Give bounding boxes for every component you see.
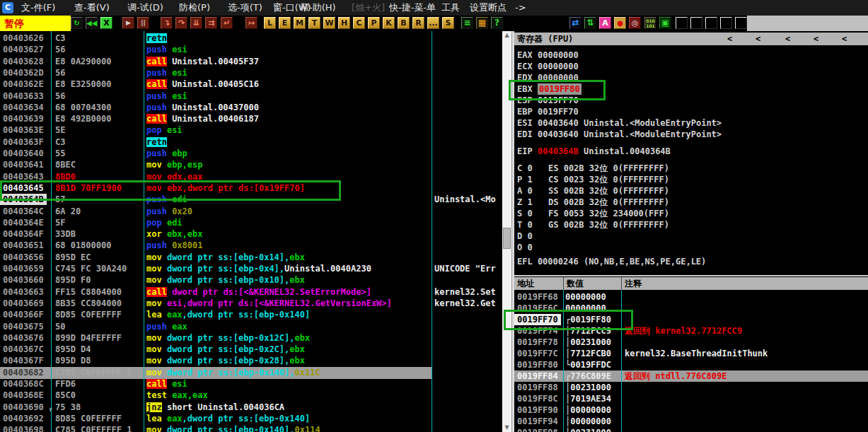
disasm-row[interactable]: 0040362EE8 E3250000call Uninstal.00405C1… — [0, 78, 502, 91]
flag-row[interactable]: D 0 — [514, 230, 868, 242]
panel-button-M[interactable]: M — [294, 17, 306, 29]
disasm-row[interactable]: 0040363356push esi — [0, 91, 502, 103]
animate-into-icon[interactable]: ⇊ — [190, 17, 202, 29]
flag-row[interactable]: Z 1DS 002B 32位 0(FFFFFFFF) — [514, 197, 868, 208]
disasm-row[interactable]: 00403639E8 492B0000call Uninstal.0040618… — [0, 113, 502, 125]
window-icon[interactable]: ▣ — [659, 17, 671, 29]
disasm-row[interactable]: 0040368CFFD6call esi — [0, 378, 502, 390]
registers-panel[interactable]: 寄存器 (FPU) <<<<< EAX00000000ECX00000000ED… — [514, 33, 868, 275]
stack-row[interactable]: 0019FF8C│7019AE34 — [514, 393, 868, 404]
stack-row[interactable]: 0019FF90│00000000 — [514, 404, 868, 416]
panel-button-P[interactable]: P — [368, 17, 380, 29]
stack-row[interactable]: 0019FF98│00231000 — [514, 427, 868, 432]
disasm-row[interactable]: 0040367550push eax — [0, 321, 502, 333]
binary-icon[interactable]: 010 101 — [644, 17, 656, 29]
disasm-row[interactable]: 00403660895D F0mov dword ptr ss:[ebp-0x1… — [0, 274, 502, 286]
disasm-row[interactable]: 0040365168 01800000push 0x8001 — [0, 240, 502, 252]
blank-button[interactable] — [676, 17, 688, 29]
menu-item-7[interactable]: 帮-助(H) — [300, 0, 336, 16]
panel-button-H[interactable]: H — [338, 17, 350, 29]
blank-button[interactable] — [720, 17, 732, 29]
disasm-row[interactable]: 0040364C6A 20push 0x20 — [0, 206, 502, 218]
stack-row[interactable]: 0019FF7C│7712FCB0kernel32.BaseThreadInit… — [514, 348, 868, 359]
stack-panel[interactable]: 地址 数值 注释 0019FF68 000000000019FF6C 00000… — [514, 277, 868, 432]
disasm-row[interactable]: 0040366F8D85 C0FEFFFFlea eax,dword ptr s… — [0, 309, 502, 321]
restart-icon[interactable]: ↻ — [71, 17, 83, 29]
panel-button-W[interactable]: W — [323, 17, 335, 29]
disasm-row[interactable]: 0040364E5Fpop edi — [0, 217, 502, 229]
disasm-row[interactable]: 0040362756push esi — [0, 44, 502, 56]
blank-button[interactable] — [735, 17, 747, 29]
menu-item-3[interactable]: 调-试(D) — [127, 0, 163, 16]
execute-till-return-icon[interactable]: ↵ — [221, 17, 233, 29]
help-icon[interactable]: ? — [491, 17, 503, 29]
pause-icon[interactable]: || — [137, 17, 149, 29]
step-back-icon[interactable]: ◀◀ — [86, 17, 98, 29]
efl-row[interactable]: EFL 00000246 (NO,NB,E,BE,NS,PE,GE,LE) — [514, 256, 868, 267]
menu-item-1[interactable]: 文-件(F) — [21, 0, 55, 16]
disasm-row[interactable]: 0040363FC3retn — [0, 136, 502, 148]
disasm-row[interactable]: 00403676899D D4FEFFFFmov dword ptr ss:[e… — [0, 332, 502, 344]
stack-row[interactable]: 0019FF84┌776C809E返回到 ntdll.776C809E — [514, 370, 868, 382]
step-over-icon[interactable]: ↷ — [175, 17, 187, 29]
register-row-ebp[interactable]: EBP0019FF70 — [514, 106, 868, 117]
menu-item-2[interactable]: 查-看(V) — [74, 0, 110, 16]
panel-button-B[interactable]: B — [398, 17, 410, 29]
flag-row[interactable]: T 0GS 002B 32位 0(FFFFFFFF) — [514, 219, 868, 230]
register-row-ecx[interactable]: ECX00000000 — [514, 61, 868, 72]
disasm-row[interactable]: 0040362D56push esi — [0, 67, 502, 79]
flag-row[interactable]: P 1CS 0023 32位 0(FFFFFFFF) — [514, 174, 868, 185]
register-row-eip[interactable]: EIP0040364BUninstal.0040364B — [514, 146, 868, 157]
disasm-row[interactable]: 0040367C895D D4mov dword ptr ss:[ebp-0x2… — [0, 344, 502, 356]
disasm-row[interactable]: 00403682C785 C0FEFFFF 1mov dword ptr ss:… — [0, 367, 502, 379]
disasm-row[interactable]: 0040364055push ebp — [0, 148, 502, 160]
disasm-row[interactable]: 00403659C745 FC 30A240mov dword ptr ss:[… — [0, 263, 502, 275]
menu-item-4[interactable]: 防检(P) — [179, 0, 210, 16]
register-row-eax[interactable]: EAX00000000 — [514, 49, 868, 61]
scroll-up-icon[interactable]: ▲ — [502, 31, 511, 40]
ascii-icon[interactable]: A — [599, 17, 611, 29]
panel-button-E[interactable]: E — [279, 17, 291, 29]
execute-till-user-icon[interactable]: ↦ — [245, 17, 257, 29]
menu-item-5[interactable]: 选-项(T) — [228, 0, 262, 16]
stack-row[interactable]: 0019FF78│00231000 — [514, 337, 868, 348]
disassembly-panel[interactable]: 00403626C3retn0040362756push esi00403628… — [0, 33, 502, 432]
panel-button-C[interactable]: C — [353, 17, 365, 29]
stack-row[interactable]: 0019FF68 00000000 — [514, 291, 868, 303]
register-row-edi[interactable]: EDI00403640Uninstal.<ModuleEntryPoint> — [514, 129, 868, 140]
breakpoint-icon[interactable]: ● — [614, 17, 626, 29]
register-row-esi[interactable]: ESI00403640Uninstal.<ModuleEntryPoint> — [514, 117, 868, 129]
panel-button-...[interactable]: ... — [427, 17, 439, 29]
flag-row[interactable]: O 0 — [514, 242, 868, 253]
panel-button-K[interactable]: K — [383, 17, 395, 29]
menu-item-10[interactable]: 工具 — [441, 0, 460, 16]
disasm-row[interactable]: 00403628E8 0A290000call Uninstal.00405F3… — [0, 56, 502, 68]
stack-row[interactable]: 0019FF88│00231000 — [514, 382, 868, 393]
flag-row[interactable]: C 0ES 002B 32位 0(FFFFFFFF) — [514, 163, 868, 174]
stack-row[interactable]: 0019FF80└0019FFDC — [514, 359, 868, 370]
blank-button[interactable] — [705, 17, 717, 29]
collapse-arrow-icon[interactable]: < — [756, 33, 760, 45]
disasm-row[interactable]: 004036928D85 C0FEFFFFlea eax,dword ptr s… — [0, 413, 502, 425]
menu-item-11[interactable]: 设置断点 — [470, 0, 507, 16]
flag-row[interactable]: A 0SS 002B 32位 0(FFFFFFFF) — [514, 185, 868, 197]
disasm-row[interactable]: 004036418BECmov ebp,esp — [0, 159, 502, 171]
menu-item-12[interactable]: -> — [515, 0, 526, 16]
target-icon[interactable]: ◎ — [629, 17, 641, 29]
disasm-row[interactable]: 00403656895D ECmov dword ptr ss:[ebp-0x1… — [0, 252, 502, 264]
disasm-row[interactable]: 0040364F33DBxor ebx,ebx — [0, 228, 502, 240]
disasm-row[interactable]: 0040363468 00704300push Uninstal.0043700… — [0, 102, 502, 114]
scrollbar-thumb[interactable] — [503, 228, 511, 249]
panel-button-T[interactable]: T — [308, 17, 320, 29]
menu-item-9[interactable]: 快-捷-菜-单 — [389, 0, 436, 16]
disasm-row[interactable]: 0040363E5Epop esi — [0, 124, 502, 136]
disasm-row[interactable]: 004036698B35 CC804000mov esi,dword ptr d… — [0, 298, 502, 310]
disasm-row[interactable]: 0040368E85C0test eax,eax — [0, 390, 502, 402]
swap-icon[interactable]: ⇄ — [569, 17, 581, 29]
collapse-arrow-icon[interactable]: < — [842, 33, 847, 45]
scroll-down-icon[interactable]: ▼ — [502, 424, 511, 432]
disasm-row[interactable]: 00403626C3retn — [0, 33, 502, 45]
flag-row[interactable]: S 0FS 0053 32位 234000(FFF) — [514, 208, 868, 219]
disasm-row[interactable]: 00403698C785 C0FEFFFF 1mov dword ptr ss:… — [0, 424, 502, 432]
step-into-icon[interactable]: ↴ — [161, 17, 173, 29]
